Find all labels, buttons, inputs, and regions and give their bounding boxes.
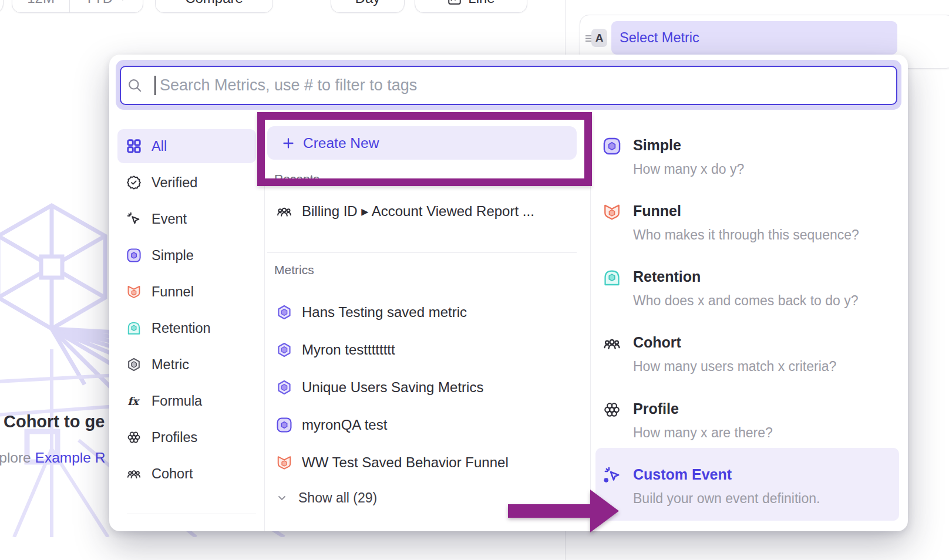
line-chart-icon [447, 0, 462, 6]
type-title: Custom Event [633, 466, 732, 483]
sidebar-item-label: Funnel [152, 284, 194, 300]
type-title: Simple [633, 137, 681, 154]
sidebar-divider [127, 514, 256, 514]
type-title: Retention [633, 268, 701, 285]
sidebar-item-funnel[interactable]: Funnel [117, 275, 256, 309]
empty-state-heading-fragment: Cohort to ge [4, 412, 105, 431]
sidebar-item-label: Simple [152, 248, 194, 264]
type-profile[interactable]: Profile How many x are there? [595, 400, 900, 445]
date-range-segmented-control: 12M YTD [12, 0, 143, 13]
day-granularity-button[interactable]: Day [331, 0, 405, 13]
list-types-divider [590, 126, 591, 531]
simple-metric-icon [276, 417, 292, 433]
range-ytd-label: YTD [85, 0, 113, 6]
type-retention[interactable]: Retention Who does x and comes back to d… [595, 268, 900, 313]
metrics-heading: Metrics [274, 263, 314, 277]
funnel-icon [276, 454, 292, 471]
sidebar-item-metric[interactable]: Metric [117, 348, 256, 382]
toolbar-partial-button[interactable] [0, 0, 4, 13]
cohort-icon [126, 466, 142, 481]
formula-icon: fx [126, 393, 142, 409]
metric-list-item[interactable]: Unique Users Saving Metrics [267, 373, 577, 402]
type-description: How many x are there? [633, 425, 773, 441]
range-12m-button[interactable]: 12M [12, 0, 69, 12]
metric-list-item[interactable]: myronQA test [267, 410, 577, 440]
sidebar-item-formula[interactable]: fx Formula [117, 384, 256, 418]
type-description: Who does x and comes back to do y? [633, 293, 859, 309]
sidebar-item-label: Retention [152, 321, 211, 336]
sidebar-item-label: Cohort [152, 466, 193, 482]
sidebar-item-cohort[interactable]: Cohort [117, 457, 256, 491]
line-chart-type-button[interactable]: Line [415, 0, 527, 13]
select-metric-chip[interactable]: Select Metric [611, 21, 897, 55]
cohort-icon [603, 334, 621, 353]
type-description: Who makes it through this sequence? [633, 227, 859, 243]
screen: 12M YTD Compare Day Line [0, 0, 949, 560]
custom-event-icon [603, 466, 621, 485]
text-caret [154, 76, 156, 95]
retention-icon [126, 321, 142, 336]
type-title: Funnel [633, 203, 681, 220]
metric-list-item[interactable]: Myron testttttttt [267, 335, 577, 365]
sidebar-item-verified[interactable]: Verified [117, 166, 256, 200]
cohort-icon [276, 203, 292, 220]
show-all-toggle[interactable]: Show all (29) [267, 486, 455, 510]
metric-hexagon-icon [126, 357, 142, 372]
empty-state-explore-line: xplore Example R [0, 450, 105, 466]
type-description: How many x do y? [633, 161, 744, 177]
saved-metric-icon [276, 342, 292, 358]
type-simple[interactable]: Simple How many x do y? [595, 137, 900, 181]
tag-icon [126, 531, 142, 531]
metric-list-item[interactable]: Hans Testing saved metric [267, 298, 577, 327]
metric-row-badge: A [591, 29, 607, 47]
search-input[interactable] [120, 66, 897, 105]
sidebar-item-label: Formula [152, 393, 202, 409]
type-funnel[interactable]: Funnel Who makes it through this sequenc… [595, 203, 900, 247]
funnel-icon [126, 284, 142, 299]
range-12m-label: 12M [27, 0, 55, 6]
annotation-arrow-custom-event [504, 486, 621, 538]
metric-item-label: myronQA test [302, 417, 387, 433]
profiles-icon [603, 400, 621, 419]
sidebar-item-simple[interactable]: Simple [117, 238, 256, 272]
sidebar-item-label: Event [152, 211, 187, 227]
sidebar-item-label: Profiles [152, 430, 197, 446]
chevron-down-icon [117, 0, 128, 4]
recent-item-billing[interactable]: Billing ID ▸ Account Viewed Report ... [267, 198, 577, 224]
type-custom-event[interactable]: Custom Event Build your own event defini… [595, 466, 900, 511]
type-title: Cohort [633, 334, 681, 351]
recent-item-label: Billing ID ▸ Account Viewed Report ... [302, 203, 534, 220]
chevron-down-icon [276, 492, 288, 504]
retention-icon [603, 268, 621, 287]
explore-prefix: xplore [0, 450, 31, 465]
metric-item-label: WW Test Saved Behavior Funnel [302, 454, 509, 471]
saved-metric-icon [276, 379, 292, 396]
sidebar-item-label: Verified [152, 175, 197, 191]
event-cursor-icon [126, 211, 142, 227]
type-description: Build your own event definition. [633, 491, 820, 507]
type-description: How many users match x criteria? [633, 359, 836, 375]
metric-item-label: Unique Users Saving Metrics [302, 379, 483, 396]
recents-metrics-divider [267, 252, 577, 253]
sidebar-item-tags[interactable]: Tags [117, 521, 256, 531]
compare-button[interactable]: Compare [155, 0, 273, 13]
type-cohort[interactable]: Cohort How many users match x criteria? [595, 334, 900, 379]
example-reports-link[interactable]: Example R [35, 450, 106, 465]
svg-text:fx: fx [127, 395, 140, 407]
metric-list-item[interactable]: WW Test Saved Behavior Funnel [267, 448, 577, 477]
grid-icon [126, 139, 142, 154]
day-label: Day [355, 0, 381, 6]
sidebar-item-event[interactable]: Event [117, 202, 256, 236]
annotation-rectangle-create-new [257, 112, 592, 186]
metric-item-label: Hans Testing saved metric [302, 304, 467, 321]
profiles-icon [126, 430, 142, 445]
show-all-label: Show all (29) [298, 490, 377, 506]
compare-label: Compare [185, 0, 243, 6]
sidebar-item-retention[interactable]: Retention [117, 311, 256, 345]
sidebar-item-all[interactable]: All [117, 129, 256, 163]
range-ytd-button[interactable]: YTD [69, 0, 143, 12]
metric-item-label: Myron testttttttt [302, 342, 395, 358]
sidebar-item-profiles[interactable]: Profiles [117, 420, 256, 454]
simple-metric-icon [603, 137, 621, 156]
simple-metric-icon [126, 248, 142, 263]
